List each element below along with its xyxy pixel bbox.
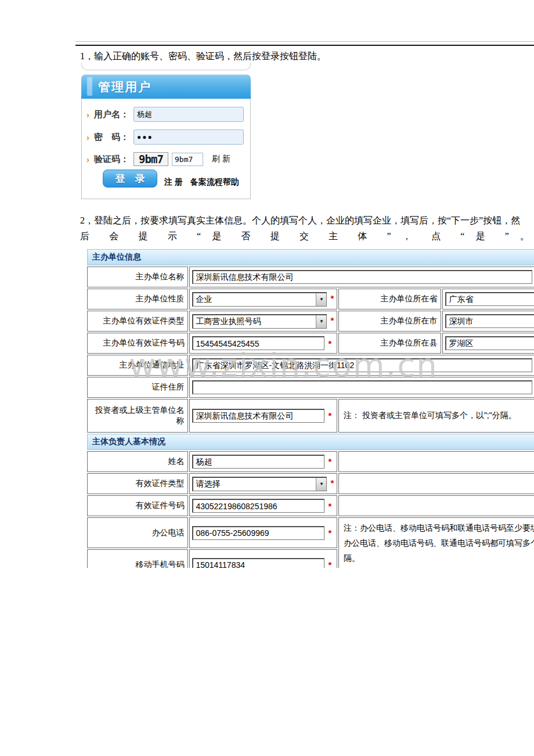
org-cert-no-label: 主办单位有效证件号码 <box>87 333 188 354</box>
investor-label: 投资者或上级主管单位名称 <box>87 399 188 433</box>
investor-note: 注： 投资者或主管单位可填写多个，以";"分隔。 <box>338 399 534 433</box>
county-cell <box>442 333 534 354</box>
username-row: › 用户名： <box>86 107 244 122</box>
phone-note-line: 注：办公电话、移动电话号码和联通电话号码至少要填 <box>344 520 534 535</box>
login-body: › 用户名： › 密 码： › 验证码： 9bm7 刷 新 登 录 注 册 <box>81 99 251 199</box>
required-asterisk: * <box>328 501 331 511</box>
address-label: 主办单位通信地址 <box>87 355 188 376</box>
id-no-input[interactable] <box>192 499 324 513</box>
county-input[interactable] <box>445 336 534 350</box>
record-help-link[interactable]: 备案流程帮助 <box>190 177 239 186</box>
username-label: 用户名： <box>94 109 134 120</box>
refresh-link[interactable]: 刷 新 <box>212 154 230 164</box>
captcha-image: 9bm7 <box>134 152 168 166</box>
province-input[interactable] <box>445 292 534 306</box>
password-input[interactable] <box>134 129 244 145</box>
section-header-principal: 主体负责人基本情况 <box>87 434 534 450</box>
chevron-down-icon: ▼ <box>316 293 326 306</box>
empty-cell <box>338 473 534 494</box>
step1-text: 1，输入正确的账号、密码、验证码，然后按登录按钮登陆。 <box>80 50 534 63</box>
address-input[interactable] <box>192 358 532 372</box>
investor-cell: * <box>189 399 337 433</box>
page-top-rule-thick <box>75 45 534 46</box>
chevron-down-icon: ▼ <box>316 315 326 328</box>
org-cert-no-input[interactable] <box>192 336 324 350</box>
header-accent-bar-icon <box>87 77 92 96</box>
required-asterisk: * <box>328 560 331 568</box>
password-row: › 密 码： <box>86 129 244 145</box>
phone-note-line: 办公电话填写标准格式：国家代码-区号-号码， <box>344 566 534 568</box>
id-no-cell: * <box>189 495 337 516</box>
captcha-input[interactable] <box>172 153 203 166</box>
investor-input[interactable] <box>192 409 324 423</box>
required-asterisk: * <box>328 528 331 538</box>
register-link[interactable]: 注 册 <box>164 177 183 186</box>
empty-cell <box>338 495 534 516</box>
login-panel: 管理用户 › 用户名： › 密 码： › 验证码： 9bm7 刷 新 登 录 <box>81 63 251 199</box>
province-label: 主办单位所在省 <box>338 289 441 309</box>
office-phone-label: 办公电话 <box>87 517 188 548</box>
org-nature-label: 主办单位性质 <box>87 289 188 309</box>
mobile-cell: * <box>189 549 337 568</box>
login-panel-title: 管理用户 <box>98 79 151 95</box>
select-value: 工商营业执照号码 <box>193 316 316 327</box>
step2-text-line2: 后 会 提 示 “ 是 否 提 交 主 体 ” ， 点 “ 是 ” 。 <box>80 230 529 243</box>
county-label: 主办单位所在县 <box>338 333 441 354</box>
required-asterisk: * <box>330 315 334 325</box>
page-top-rule-thin <box>75 41 534 42</box>
id-no-label: 有效证件号码 <box>87 495 188 516</box>
org-nature-select[interactable]: 企业 ▼ <box>192 292 327 307</box>
org-name-cell <box>189 267 534 287</box>
city-label: 主办单位所在市 <box>338 311 441 332</box>
select-value: 企业 <box>193 294 316 305</box>
mobile-label: 移动手机号码 <box>87 549 188 568</box>
office-phone-input[interactable] <box>192 526 324 540</box>
province-cell <box>442 289 534 309</box>
city-cell <box>442 311 534 332</box>
org-name-input[interactable] <box>192 270 532 284</box>
arrow-bullet-icon: › <box>86 110 94 120</box>
org-nature-cell: 企业 ▼ * <box>189 289 337 309</box>
step2-text-line1: 2，登陆之后，按要求填写真实主体信息。个人的填写个人，企业的填写企业，填写后，按… <box>80 214 534 227</box>
person-name-input[interactable] <box>192 455 324 469</box>
captcha-row: › 验证码： 9bm7 刷 新 <box>86 152 230 166</box>
section-header-org-info: 主办单位信息 <box>87 249 534 265</box>
subject-form-region: 主办单位信息 主办单位名称 主办单位性质 企业 ▼ * 主办单位所在省 <box>86 248 534 568</box>
login-button[interactable]: 登 录 <box>103 170 157 188</box>
id-type-cell: 请选择 ▼ * <box>189 473 337 494</box>
org-name-label: 主办单位名称 <box>87 267 188 287</box>
org-cert-type-select[interactable]: 工商营业执照号码 ▼ <box>192 314 327 329</box>
captcha-label: 验证码： <box>94 154 134 165</box>
login-header: 管理用户 <box>81 74 251 99</box>
previous-box-fragment <box>81 63 251 70</box>
org-cert-no-cell: * <box>189 333 337 354</box>
required-asterisk: * <box>328 456 331 466</box>
city-input[interactable] <box>445 314 534 328</box>
phone-note-line: 隔。 <box>344 550 534 566</box>
empty-cell <box>338 451 534 472</box>
person-name-label: 姓名 <box>87 451 188 472</box>
mobile-input[interactable] <box>192 558 324 568</box>
office-phone-cell: * <box>189 517 337 548</box>
residence-label: 证件住所 <box>87 377 188 398</box>
phone-note-line: 办公电话、移动电话号码、联通电话号码都可填写多个 <box>344 535 534 550</box>
arrow-bullet-icon: › <box>86 154 94 164</box>
required-asterisk: * <box>328 411 331 420</box>
person-name-cell: * <box>189 451 337 472</box>
login-links: 注 册 备案流程帮助 <box>164 177 244 188</box>
select-value: 请选择 <box>193 479 316 489</box>
id-type-select[interactable]: 请选择 ▼ <box>192 477 327 491</box>
password-label: 密 码： <box>94 132 134 143</box>
org-cert-type-cell: 工商营业执照号码 ▼ * <box>189 311 337 332</box>
required-asterisk: * <box>328 339 331 348</box>
subject-info-table: 主办单位信息 主办单位名称 主办单位性质 企业 ▼ * 主办单位所在省 <box>86 248 534 568</box>
phone-note: 注：办公电话、移动电话号码和联通电话号码至少要填 办公电话、移动电话号码、联通电… <box>338 517 534 568</box>
login-actions: 登 录 注 册 备案流程帮助 <box>82 169 250 192</box>
chevron-down-icon: ▼ <box>316 478 326 491</box>
tutorial-page: 1，输入正确的账号、密码、验证码，然后按登录按钮登陆。 管理用户 › 用户名： … <box>0 0 534 756</box>
residence-input[interactable] <box>192 380 532 394</box>
org-cert-type-label: 主办单位有效证件类型 <box>87 311 188 332</box>
arrow-bullet-icon: › <box>86 132 94 142</box>
required-asterisk: * <box>330 478 334 488</box>
username-input[interactable] <box>134 107 244 122</box>
